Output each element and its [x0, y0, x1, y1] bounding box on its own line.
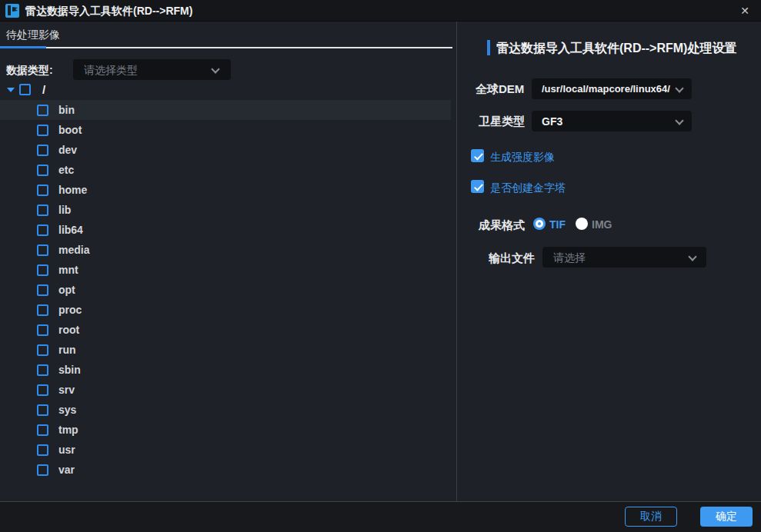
- tree-row[interactable]: usr: [0, 440, 451, 460]
- data-type-select[interactable]: 请选择类型: [73, 59, 231, 80]
- tree-item-checkbox[interactable]: [37, 284, 48, 296]
- tree-row[interactable]: dev: [0, 140, 451, 160]
- tree-root-row[interactable]: /: [0, 80, 451, 100]
- tree-item-label: usr: [58, 444, 75, 456]
- tree-row[interactable]: lib: [0, 200, 451, 220]
- data-type-label: 数据类型:: [6, 64, 53, 78]
- close-icon[interactable]: ✕: [738, 4, 752, 18]
- tree-item-checkbox[interactable]: [37, 464, 48, 476]
- tree-row[interactable]: media: [0, 240, 451, 260]
- satellite-type-value: GF3: [542, 115, 562, 128]
- tree-row[interactable]: srv: [0, 380, 451, 400]
- tree-item-label: mnt: [58, 264, 78, 276]
- output-file-label: 输出文件: [489, 251, 535, 266]
- satellite-type-select[interactable]: GF3: [532, 111, 692, 131]
- app-icon: [5, 4, 19, 18]
- accent-bar: [487, 40, 490, 55]
- output-file-select[interactable]: 请选择: [542, 247, 706, 268]
- tree-item-checkbox[interactable]: [37, 224, 48, 236]
- tree-row[interactable]: lib64: [0, 220, 451, 240]
- footer: 取消 确定: [0, 501, 761, 532]
- data-type-placeholder: 请选择类型: [84, 64, 138, 78]
- format-tif-radio[interactable]: [533, 218, 546, 230]
- intensity-image-label[interactable]: 生成强度影像: [490, 151, 555, 165]
- cancel-button[interactable]: 取消: [625, 507, 677, 527]
- chevron-down-icon: [688, 252, 696, 261]
- tree-item-label: root: [58, 324, 79, 336]
- tree-row[interactable]: tmp: [0, 420, 451, 440]
- create-pyramid-checkbox[interactable]: [471, 180, 484, 193]
- tree-item-checkbox[interactable]: [37, 185, 48, 196]
- create-pyramid-label[interactable]: 是否创建金字塔: [490, 181, 566, 195]
- chevron-down-icon: [675, 116, 683, 125]
- satellite-type-label: 卫星类型: [479, 115, 525, 129]
- chevron-down-icon: [675, 84, 683, 92]
- tree-item-label: lib64: [58, 224, 83, 236]
- tree-row[interactable]: sbin: [0, 360, 451, 380]
- tree-root-label: /: [42, 83, 45, 96]
- tree-item-label: boot: [58, 124, 82, 136]
- format-img-label[interactable]: IMG: [592, 218, 612, 231]
- tree-item-label: dev: [58, 144, 77, 156]
- intensity-image-checkbox[interactable]: [471, 149, 484, 162]
- tree-item-label: etc: [58, 164, 74, 176]
- titlebar: 雷达数据导入工具软件(RD-->RFM) ✕: [0, 0, 761, 22]
- panel-divider: [456, 22, 457, 501]
- tree-row[interactable]: sys: [0, 400, 451, 420]
- tab-active-indicator: [0, 46, 46, 48]
- format-img-radio[interactable]: [576, 218, 588, 230]
- tree-item-label: srv: [58, 384, 75, 396]
- tree-item-checkbox[interactable]: [37, 384, 48, 396]
- tree-row[interactable]: run: [0, 340, 451, 360]
- tree-item-checkbox[interactable]: [37, 324, 48, 336]
- tab-divider-line: [46, 47, 452, 48]
- tree-row[interactable]: bin: [0, 100, 451, 120]
- window-title: 雷达数据导入工具软件(RD-->RFM): [25, 5, 192, 18]
- tree-item-checkbox[interactable]: [37, 105, 48, 116]
- tree-item-checkbox[interactable]: [37, 364, 48, 376]
- tree-item-checkbox[interactable]: [37, 244, 48, 256]
- settings-title: 雷达数据导入工具软件(RD-->RFM)处理设置: [496, 41, 736, 57]
- tree-item-label: home: [58, 184, 87, 196]
- tree-row[interactable]: proc: [0, 300, 451, 320]
- tree-item-checkbox[interactable]: [37, 204, 48, 216]
- tree-row[interactable]: home: [0, 180, 451, 200]
- tree-item-label: var: [58, 464, 75, 476]
- tree-item-label: opt: [58, 284, 75, 296]
- caret-down-icon[interactable]: [7, 88, 15, 92]
- tree-item-label: run: [58, 344, 76, 356]
- tree-row[interactable]: boot: [0, 120, 451, 140]
- tree-item-label: proc: [58, 304, 82, 316]
- tree-item-checkbox[interactable]: [37, 145, 48, 156]
- tree-row[interactable]: root: [0, 320, 451, 340]
- tree-row[interactable]: opt: [0, 280, 451, 300]
- tree-item-checkbox[interactable]: [37, 125, 48, 136]
- tree-item-checkbox[interactable]: [37, 304, 48, 316]
- output-file-placeholder: 请选择: [553, 251, 586, 265]
- tree-row[interactable]: mnt: [0, 260, 451, 280]
- tree-item-label: tmp: [58, 424, 78, 436]
- result-format-label: 成果格式: [479, 218, 525, 233]
- tree-row[interactable]: var: [0, 460, 451, 480]
- tree-row[interactable]: etc: [0, 160, 451, 180]
- tree-item-checkbox[interactable]: [37, 344, 48, 356]
- tree-item-label: bin: [58, 104, 75, 116]
- tree-children: bin boot dev etc home lib lib64 media mn…: [0, 100, 451, 480]
- tree-item-checkbox[interactable]: [37, 444, 48, 456]
- tab-pending-images[interactable]: 待处理影像: [6, 28, 60, 42]
- tree-item-checkbox[interactable]: [37, 264, 48, 276]
- root-checkbox[interactable]: [19, 84, 31, 95]
- global-dem-value: /usr/local/mapcore/linux64/: [542, 83, 670, 95]
- tree-item-label: sys: [58, 404, 76, 416]
- tree-item-checkbox[interactable]: [37, 404, 48, 416]
- format-tif-label[interactable]: TIF: [549, 218, 566, 231]
- tree-item-label: lib: [58, 204, 71, 216]
- tree-item-checkbox[interactable]: [37, 165, 48, 176]
- global-dem-select[interactable]: /usr/local/mapcore/linux64/: [532, 78, 692, 99]
- global-dem-label: 全球DEM: [476, 82, 524, 97]
- tree-item-checkbox[interactable]: [37, 424, 48, 436]
- app-window: 雷达数据导入工具软件(RD-->RFM) ✕ 待处理影像 数据类型: 请选择类型…: [0, 0, 761, 532]
- chevron-down-icon: [211, 65, 219, 73]
- tree-item-label: media: [58, 244, 89, 256]
- ok-button[interactable]: 确定: [700, 507, 753, 527]
